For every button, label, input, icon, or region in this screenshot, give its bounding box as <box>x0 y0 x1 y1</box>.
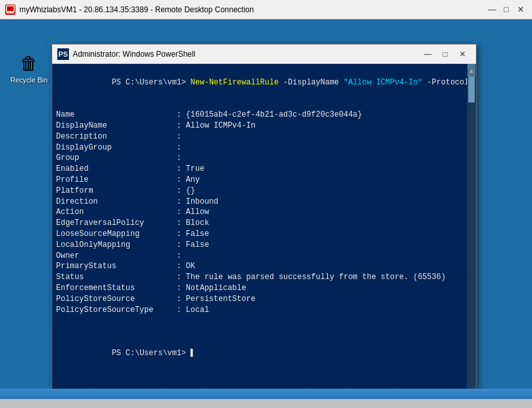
remote-desktop-window: myWhizlabsVM1 - 20.86.134.35:3389 - Remo… <box>0 0 532 408</box>
prop-policystoresourcetype: PolicyStoreSourceType : Local <box>56 305 463 316</box>
prop-policystoresource: PolicyStoreSource : PersistentStore <box>56 294 463 305</box>
prop-group: Group : <box>56 153 463 164</box>
ps-close-button[interactable]: ✕ <box>454 47 471 61</box>
prop-status: Status : The rule was parsed successfull… <box>56 272 463 283</box>
ps-icon: PS <box>57 48 69 60</box>
rd-minimize-button[interactable]: — <box>486 3 499 16</box>
recycle-bin-graphic: 🗑 <box>17 52 41 75</box>
prop-primarystatus: PrimaryStatus : OK <box>56 261 463 272</box>
ps-content-area[interactable]: PS C:\Users\vm1> New-NetFirewallRule -Di… <box>52 64 467 408</box>
remote-desktop-area: 🗑 Recycle Bin PS Administrator: Windows … <box>0 19 532 408</box>
ps-blank-2 <box>56 315 463 326</box>
prop-enabled: Enabled : True <box>56 164 463 175</box>
ps-command-line: PS C:\Users\vm1> New-NetFirewallRule -Di… <box>56 66 463 99</box>
rd-maximize-button[interactable]: □ <box>500 3 513 16</box>
prop-enforcementstatus: EnforcementStatus : NotApplicable <box>56 283 463 294</box>
ps-minimize-button[interactable]: — <box>419 47 436 61</box>
rd-window-controls: — □ ✕ <box>486 3 527 16</box>
prop-displaygroup: DisplayGroup : <box>56 142 463 153</box>
ps-prompt-2-text: PS C:\Users\vm1> <box>111 349 190 358</box>
ps-maximize-button[interactable]: □ <box>437 47 453 61</box>
ps-param-displayname: "Allow ICMPv4-In" <box>344 78 423 87</box>
ps-param-protocol-label: -Protocol <box>423 78 467 87</box>
prop-direction: Direction : Inbound <box>56 197 463 208</box>
prop-name: Name : {16015ab4-c2ef-4b21-ad3c-d9f20c3e… <box>56 110 463 121</box>
rd-icon <box>5 5 15 15</box>
recycle-bin-label: Recycle Bin <box>10 76 48 84</box>
ps-prompt-2: PS C:\Users\vm1> ▌ <box>56 337 463 369</box>
prop-profile: Profile : Any <box>56 175 463 186</box>
prop-edgetraversal: EdgeTraversalPolicy : Block <box>56 218 463 229</box>
ps-command: New-NetFirewallRule <box>191 78 279 87</box>
svg-rect-0 <box>6 6 14 12</box>
ps-blank-3 <box>56 326 463 337</box>
recycle-bin-icon[interactable]: 🗑 Recycle Bin <box>10 52 48 84</box>
prop-platform: Platform : {} <box>56 186 463 197</box>
ps-cursor: ▌ <box>191 349 195 358</box>
ps-scrollbar[interactable]: ▲ ▼ <box>467 64 476 408</box>
rd-title: myWhizlabsVM1 - 20.86.134.35:3389 - Remo… <box>19 5 486 14</box>
scrollbar-thumb[interactable] <box>468 77 475 102</box>
ps-params: -DisplayName <box>279 78 344 87</box>
prop-displayname: DisplayName : Allow ICMPv4-In <box>56 121 463 131</box>
ps-titlebar: PS Administrator: Windows PowerShell — □… <box>52 44 476 64</box>
ps-window-controls: — □ ✕ <box>419 47 471 61</box>
ps-body: PS C:\Users\vm1> New-NetFirewallRule -Di… <box>52 64 476 408</box>
ps-prompt: PS C:\Users\vm1> <box>111 78 190 87</box>
prop-action: Action : Allow <box>56 207 463 218</box>
rd-titlebar: myWhizlabsVM1 - 20.86.134.35:3389 - Remo… <box>0 0 532 19</box>
rd-close-button[interactable]: ✕ <box>514 3 527 16</box>
status-bar <box>0 399 532 408</box>
scrollbar-up-arrow[interactable]: ▲ <box>468 64 475 77</box>
prop-loosesource: LooseSourceMapping : False <box>56 229 463 240</box>
scrollbar-track <box>468 77 475 404</box>
ps-title: Administrator: Windows PowerShell <box>73 50 419 59</box>
prop-localonly: LocalOnlyMapping : False <box>56 240 463 251</box>
powershell-window: PS Administrator: Windows PowerShell — □… <box>52 44 477 408</box>
prop-owner: Owner : <box>56 251 463 262</box>
ps-blank-1 <box>56 99 463 110</box>
prop-description: Description : <box>56 131 463 142</box>
